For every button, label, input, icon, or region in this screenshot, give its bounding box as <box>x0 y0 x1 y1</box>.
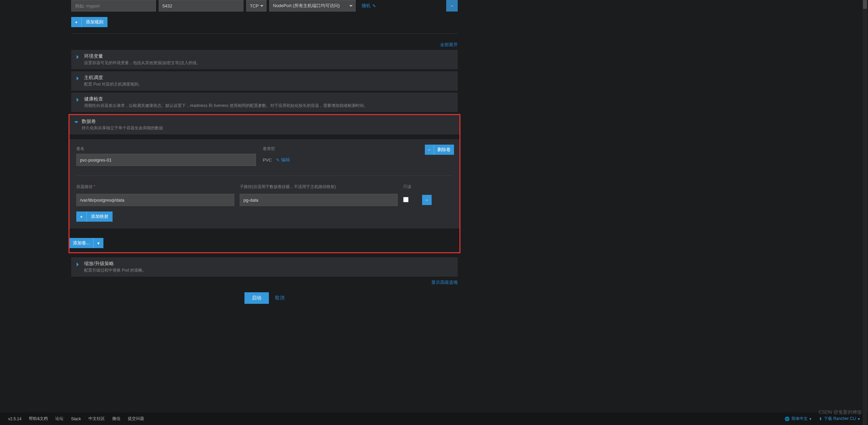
section-env-desc: 设置容器可见的环境变量，包括从其他资源(如密文等)注入的值。 <box>84 60 201 66</box>
access-mode-select[interactable]: NodePort (所有主机端口均可访问) <box>269 0 356 12</box>
chevron-down-icon: ▾ <box>93 238 103 248</box>
volume-name-label: 卷名 <box>76 146 256 152</box>
random-port-link[interactable]: 随机 <box>362 3 376 9</box>
protocol-select[interactable]: TCP <box>246 0 267 12</box>
section-volumes-desc: 持久化和共享独立于单个容器生命周期的数据 <box>82 125 163 131</box>
section-volumes-title: 数据卷 <box>82 118 163 125</box>
mount-subpath-label: 子路径(仅适用于数据卷挂载，不适用于主机路径映射) <box>240 184 398 190</box>
show-advanced-link[interactable]: 显示高级选项 <box>71 279 458 285</box>
add-mount-label: 添加映射 <box>86 211 113 222</box>
chevron-right-icon <box>77 55 81 59</box>
vertical-scrollbar[interactable] <box>863 0 867 328</box>
launch-button[interactable]: 启动 <box>244 292 269 304</box>
minus-icon: − <box>425 145 434 155</box>
section-scheduling-title: 主机调度 <box>84 75 142 81</box>
section-scale-desc: 配置升级过程中替换 Pod 的策略。 <box>84 267 146 273</box>
edit-label: 编辑 <box>281 157 290 163</box>
plus-icon: + <box>76 211 86 222</box>
chevron-right-icon <box>77 262 81 266</box>
add-volume-label: 添加卷... <box>70 238 93 248</box>
section-scheduling[interactable]: 主机调度 配置 Pod 对应的主机调度规则。 <box>71 71 458 91</box>
chevron-right-icon <box>77 98 81 102</box>
add-mount-button[interactable]: + 添加映射 <box>76 211 113 222</box>
port-name-input[interactable] <box>71 0 156 12</box>
remove-mount-button[interactable]: − <box>422 195 432 205</box>
section-health-desc: 周期性向容器发出请求，以检测其健康状态。默认设置下，readiness 和 li… <box>84 103 368 109</box>
section-health-title: 健康检查 <box>84 96 368 102</box>
section-scale[interactable]: 缩放/升级策略 配置升级过程中替换 Pod 的策略。 <box>71 257 458 277</box>
divider <box>71 33 458 34</box>
volumes-highlight-box: 数据卷 持久化和共享独立于单个容器生命周期的数据 − 删除卷 卷名 卷类型 PV… <box>68 114 460 253</box>
random-label: 随机 <box>362 3 371 9</box>
section-scale-title: 缩放/升级策略 <box>84 261 146 267</box>
mount-subpath-input[interactable] <box>240 194 398 206</box>
pencil-icon <box>276 158 280 163</box>
section-volumes[interactable]: 数据卷 持久化和共享独立于单个容器生命周期的数据 <box>70 115 459 134</box>
mount-readonly-checkbox[interactable] <box>403 197 409 202</box>
container-port-input[interactable] <box>159 0 243 12</box>
section-scheduling-desc: 配置 Pod 对应的主机调度规则。 <box>84 81 142 87</box>
section-health[interactable]: 健康检查 周期性向容器发出请求，以检测其健康状态。默认设置下，readiness… <box>71 93 458 112</box>
section-env-title: 环境变量 <box>84 53 201 59</box>
delete-volume-label: 删除卷 <box>434 145 454 155</box>
edit-volume-link[interactable]: 编辑 <box>276 157 290 163</box>
access-mode-value: NodePort (所有主机端口均可访问) <box>273 3 340 9</box>
add-volume-dropdown[interactable]: 添加卷... ▾ <box>70 238 103 248</box>
volume-type-value: PVC <box>263 158 272 163</box>
scrollbar-thumb[interactable] <box>863 0 867 9</box>
mount-path-input[interactable] <box>76 194 234 206</box>
delete-volume-button[interactable]: − 删除卷 <box>425 145 454 155</box>
chevron-down-icon <box>74 121 78 125</box>
mount-readonly-label: 只读 <box>403 184 417 190</box>
volume-card: − 删除卷 卷名 卷类型 PVC 编辑 <box>70 139 459 228</box>
volume-type-label: 卷类型 <box>263 146 290 152</box>
mount-path-label: 容器路径 * <box>76 184 234 190</box>
add-rule-button[interactable]: + 添加规则 <box>71 17 107 27</box>
add-rule-label: 添加规则 <box>81 17 107 27</box>
cancel-button[interactable]: 取消 <box>275 295 284 301</box>
volume-name-input[interactable] <box>76 154 256 166</box>
remove-port-button[interactable]: − <box>446 0 458 12</box>
protocol-value: TCP <box>250 3 259 8</box>
pencil-icon <box>372 3 376 8</box>
expand-all-link[interactable]: 全部展开 <box>71 42 458 48</box>
plus-icon: + <box>71 17 81 27</box>
mount-row: − <box>76 194 453 206</box>
section-env[interactable]: 环境变量 设置容器可见的环境变量，包括从其他资源(如密文等)注入的值。 <box>71 50 458 69</box>
chevron-right-icon <box>77 76 81 80</box>
